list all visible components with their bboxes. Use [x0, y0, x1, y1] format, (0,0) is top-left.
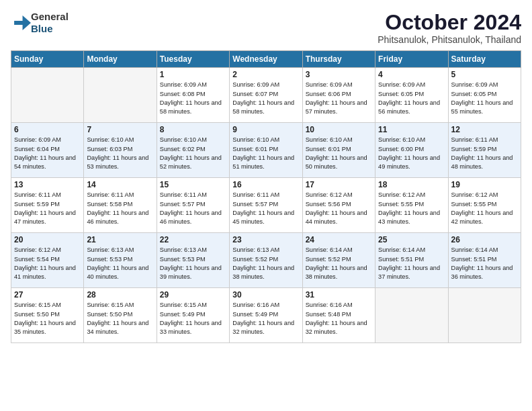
calendar-cell: 6Sunrise: 6:09 AMSunset: 6:04 PMDaylight…: [11, 123, 84, 178]
day-detail: Sunrise: 6:15 AMSunset: 5:50 PMDaylight:…: [14, 301, 81, 336]
header: General Blue October 2024 Phitsanulok, P…: [11, 11, 521, 45]
day-number: 21: [87, 235, 153, 244]
day-number: 15: [160, 180, 226, 189]
day-detail: Sunrise: 6:13 AMSunset: 5:52 PMDaylight:…: [232, 246, 299, 281]
day-detail: Sunrise: 6:14 AMSunset: 5:51 PMDaylight:…: [451, 246, 518, 281]
day-number: 10: [306, 125, 372, 134]
day-detail: Sunrise: 6:14 AMSunset: 5:52 PMDaylight:…: [306, 246, 372, 281]
day-detail: Sunrise: 6:10 AMSunset: 6:03 PMDaylight:…: [87, 136, 153, 171]
day-detail: Sunrise: 6:11 AMSunset: 5:57 PMDaylight:…: [232, 191, 299, 226]
day-detail: Sunrise: 6:10 AMSunset: 6:01 PMDaylight:…: [306, 136, 372, 171]
logo-general: General: [31, 11, 69, 22]
day-detail: Sunrise: 6:13 AMSunset: 5:53 PMDaylight:…: [87, 246, 153, 281]
day-detail: Sunrise: 6:09 AMSunset: 6:08 PMDaylight:…: [160, 81, 226, 116]
day-detail: Sunrise: 6:14 AMSunset: 5:51 PMDaylight:…: [378, 246, 445, 281]
calendar-cell: 15Sunrise: 6:11 AMSunset: 5:57 PMDayligh…: [157, 178, 229, 233]
calendar-week-5: 27Sunrise: 6:15 AMSunset: 5:50 PMDayligh…: [11, 288, 521, 343]
day-detail: Sunrise: 6:09 AMSunset: 6:05 PMDaylight:…: [451, 81, 518, 116]
day-detail: Sunrise: 6:12 AMSunset: 5:54 PMDaylight:…: [14, 246, 81, 281]
day-number: 29: [160, 290, 226, 300]
day-detail: Sunrise: 6:09 AMSunset: 6:07 PMDaylight:…: [232, 81, 299, 116]
calendar-cell: 25Sunrise: 6:14 AMSunset: 5:51 PMDayligh…: [375, 233, 448, 288]
day-detail: Sunrise: 6:12 AMSunset: 5:55 PMDaylight:…: [378, 191, 445, 226]
day-detail: Sunrise: 6:15 AMSunset: 5:49 PMDaylight:…: [160, 301, 226, 336]
day-detail: Sunrise: 6:12 AMSunset: 5:55 PMDaylight:…: [451, 191, 518, 226]
day-number: 16: [232, 180, 299, 189]
day-number: 20: [14, 235, 81, 244]
calendar-cell: 12Sunrise: 6:11 AMSunset: 5:59 PMDayligh…: [448, 123, 521, 178]
weekday-friday: Friday: [375, 51, 448, 68]
day-number: 7: [87, 125, 153, 134]
calendar-week-3: 13Sunrise: 6:11 AMSunset: 5:59 PMDayligh…: [11, 178, 521, 233]
logo-icon: [12, 13, 31, 32]
svg-marker-0: [14, 15, 31, 30]
day-detail: Sunrise: 6:09 AMSunset: 6:04 PMDaylight:…: [14, 136, 81, 171]
day-number: 2: [232, 70, 299, 79]
calendar-cell: 10Sunrise: 6:10 AMSunset: 6:01 PMDayligh…: [302, 123, 375, 178]
day-number: 11: [378, 125, 445, 134]
day-number: 12: [451, 125, 518, 134]
calendar-cell: 26Sunrise: 6:14 AMSunset: 5:51 PMDayligh…: [448, 233, 521, 288]
calendar-cell: 28Sunrise: 6:15 AMSunset: 5:50 PMDayligh…: [84, 288, 157, 343]
logo-text: General Blue: [31, 11, 69, 35]
day-number: 18: [378, 180, 445, 189]
calendar-cell: 30Sunrise: 6:16 AMSunset: 5:49 PMDayligh…: [230, 288, 302, 343]
calendar-cell: 17Sunrise: 6:12 AMSunset: 5:56 PMDayligh…: [302, 178, 375, 233]
day-number: 5: [451, 70, 518, 79]
day-number: 1: [160, 70, 226, 79]
calendar-cell: 24Sunrise: 6:14 AMSunset: 5:52 PMDayligh…: [302, 233, 375, 288]
calendar-week-4: 20Sunrise: 6:12 AMSunset: 5:54 PMDayligh…: [11, 233, 521, 288]
weekday-saturday: Saturday: [448, 51, 521, 68]
calendar-cell: 13Sunrise: 6:11 AMSunset: 5:59 PMDayligh…: [11, 178, 84, 233]
day-number: 22: [160, 235, 226, 244]
day-detail: Sunrise: 6:11 AMSunset: 5:59 PMDaylight:…: [451, 136, 518, 171]
calendar-cell: 1Sunrise: 6:09 AMSunset: 6:08 PMDaylight…: [157, 68, 229, 123]
day-detail: Sunrise: 6:11 AMSunset: 5:59 PMDaylight:…: [14, 191, 81, 226]
weekday-wednesday: Wednesday: [230, 51, 302, 68]
day-detail: Sunrise: 6:15 AMSunset: 5:50 PMDaylight:…: [87, 301, 153, 336]
calendar-cell: [375, 288, 448, 343]
day-detail: Sunrise: 6:10 AMSunset: 6:01 PMDaylight:…: [232, 136, 299, 171]
calendar-cell: 20Sunrise: 6:12 AMSunset: 5:54 PMDayligh…: [11, 233, 84, 288]
day-number: 4: [378, 70, 445, 79]
page: General Blue October 2024 Phitsanulok, P…: [0, 0, 532, 411]
day-number: 13: [14, 180, 81, 189]
calendar-cell: 11Sunrise: 6:10 AMSunset: 6:00 PMDayligh…: [375, 123, 448, 178]
calendar-cell: 19Sunrise: 6:12 AMSunset: 5:55 PMDayligh…: [448, 178, 521, 233]
day-number: 31: [306, 290, 372, 300]
day-detail: Sunrise: 6:10 AMSunset: 6:00 PMDaylight:…: [378, 136, 445, 171]
calendar-body: 1Sunrise: 6:09 AMSunset: 6:08 PMDaylight…: [11, 68, 521, 343]
calendar-cell: [11, 68, 84, 123]
calendar-cell: 31Sunrise: 6:16 AMSunset: 5:48 PMDayligh…: [302, 288, 375, 343]
day-detail: Sunrise: 6:13 AMSunset: 5:53 PMDaylight:…: [160, 246, 226, 281]
day-number: 27: [14, 290, 81, 300]
day-number: 24: [306, 235, 372, 244]
day-number: 25: [378, 235, 445, 244]
day-detail: Sunrise: 6:12 AMSunset: 5:56 PMDaylight:…: [306, 191, 372, 226]
day-number: 3: [306, 70, 372, 79]
day-number: 23: [232, 235, 299, 244]
month-title: October 2024: [378, 11, 521, 34]
day-detail: Sunrise: 6:09 AMSunset: 6:05 PMDaylight:…: [378, 81, 445, 116]
calendar-cell: 8Sunrise: 6:10 AMSunset: 6:02 PMDaylight…: [157, 123, 229, 178]
day-detail: Sunrise: 6:10 AMSunset: 6:02 PMDaylight:…: [160, 136, 226, 171]
location-subtitle: Phitsanulok, Phitsanulok, Thailand: [378, 34, 521, 45]
calendar-cell: 18Sunrise: 6:12 AMSunset: 5:55 PMDayligh…: [375, 178, 448, 233]
weekday-header-row: SundayMondayTuesdayWednesdayThursdayFrid…: [11, 51, 521, 68]
day-detail: Sunrise: 6:11 AMSunset: 5:58 PMDaylight:…: [87, 191, 153, 226]
calendar-cell: 2Sunrise: 6:09 AMSunset: 6:07 PMDaylight…: [230, 68, 302, 123]
day-number: 8: [160, 125, 226, 134]
day-number: 28: [87, 290, 153, 300]
day-number: 19: [451, 180, 518, 189]
calendar-cell: [448, 288, 521, 343]
day-detail: Sunrise: 6:16 AMSunset: 5:48 PMDaylight:…: [306, 301, 372, 336]
logo-blue: Blue: [31, 23, 53, 34]
calendar-cell: 21Sunrise: 6:13 AMSunset: 5:53 PMDayligh…: [84, 233, 157, 288]
calendar-cell: 29Sunrise: 6:15 AMSunset: 5:49 PMDayligh…: [157, 288, 229, 343]
calendar-cell: 22Sunrise: 6:13 AMSunset: 5:53 PMDayligh…: [157, 233, 229, 288]
calendar-cell: 14Sunrise: 6:11 AMSunset: 5:58 PMDayligh…: [84, 178, 157, 233]
calendar-cell: 7Sunrise: 6:10 AMSunset: 6:03 PMDaylight…: [84, 123, 157, 178]
calendar-week-2: 6Sunrise: 6:09 AMSunset: 6:04 PMDaylight…: [11, 123, 521, 178]
calendar-cell: 3Sunrise: 6:09 AMSunset: 6:06 PMDaylight…: [302, 68, 375, 123]
weekday-monday: Monday: [84, 51, 157, 68]
